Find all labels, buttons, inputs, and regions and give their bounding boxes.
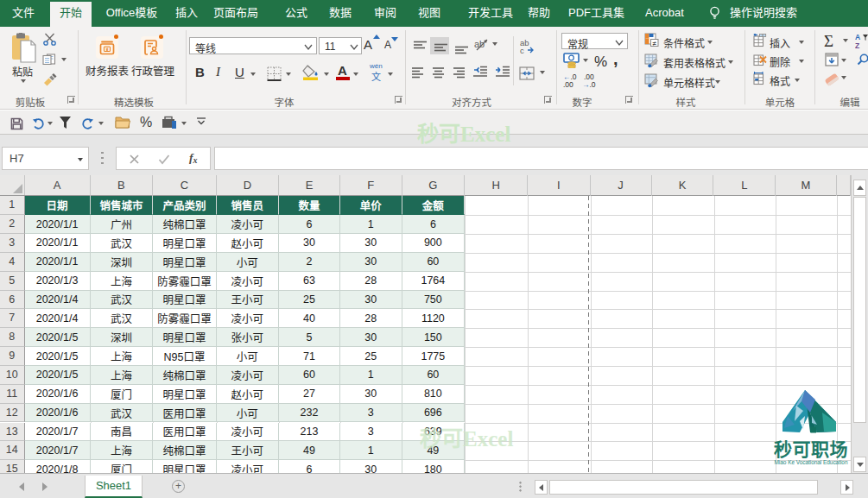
svg-text:秒可职场: 秒可职场 (774, 435, 848, 461)
svg-text:A: A (855, 33, 860, 41)
svg-text:.00: .00 (563, 80, 573, 88)
svg-text:Z: Z (855, 41, 859, 49)
svg-text:→.0: →.0 (582, 80, 596, 88)
svg-text:Miao Ke Vocational Education: Miao Ke Vocational Education (775, 459, 848, 465)
svg-text:≠: ≠ (653, 40, 657, 47)
svg-text:c: c (520, 46, 524, 54)
